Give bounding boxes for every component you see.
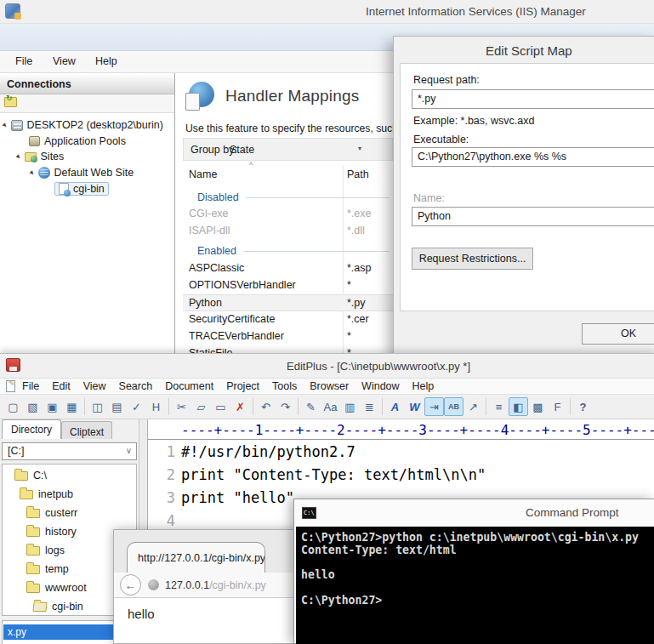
font-icon[interactable]: A <box>385 397 405 416</box>
column-header-path[interactable]: Path <box>347 168 369 180</box>
tree-item-label: Default Web Site <box>54 167 134 179</box>
folder-item-logs[interactable]: logs <box>26 542 65 559</box>
name-input[interactable]: Python <box>412 207 654 226</box>
document-icon <box>6 380 15 392</box>
print-icon[interactable]: ▤ <box>107 397 127 416</box>
console-output[interactable]: C:\Python27>python c:\inetpub\wwwroot\cg… <box>296 527 654 644</box>
folder-item-cgi-bin[interactable]: cgi-bin <box>33 598 83 615</box>
group-by-value[interactable]: State <box>230 144 254 156</box>
menu-search[interactable]: Search <box>119 380 153 392</box>
undo-icon[interactable]: ↶ <box>256 397 276 416</box>
menu-help[interactable]: Help <box>412 380 435 392</box>
menu-view[interactable]: View <box>83 380 106 392</box>
tree-item-default-web-site[interactable]: Default Web Site <box>31 165 134 180</box>
format-brush-icon[interactable]: ✎ <box>301 397 321 416</box>
paste-icon[interactable]: ▭ <box>211 397 230 416</box>
dropdown-arrow-icon[interactable]: ▾ <box>358 145 361 152</box>
sort-icon[interactable]: Aa <box>321 397 340 416</box>
folder-icon <box>20 490 33 499</box>
print-preview-icon[interactable]: ◫ <box>88 397 107 416</box>
function-list-icon[interactable]: F <box>548 397 567 416</box>
side-panel-icon[interactable]: ◧ <box>509 397 528 416</box>
executable-input[interactable]: C:\Python27\python.exe %s %s <box>412 147 654 167</box>
iis-app-icon <box>5 3 20 19</box>
menu-document[interactable]: Document <box>165 380 213 392</box>
folder-icon <box>26 565 40 574</box>
editplus-titlebar[interactable]: EditPlus - [C:\inetpub\wwwroot\x.py *] <box>0 354 654 378</box>
column-ruler: ----+----1----+----2----+----3----+----4… <box>148 419 654 440</box>
code-text: print "hello" <box>181 489 294 506</box>
table-row[interactable]: ISAPI-dll *.dll <box>183 223 393 240</box>
table-row[interactable]: CGI-exe *.exe <box>183 206 393 223</box>
request-restrictions-button[interactable]: Request Restrictions... <box>412 248 533 270</box>
save-all-icon[interactable]: ▦ <box>62 397 82 416</box>
url-field[interactable]: 127.0.0.1/cgi-bin/x.py <box>165 579 266 591</box>
menu-window[interactable]: Window <box>361 380 399 392</box>
folder-item-temp[interactable]: temp <box>26 561 69 578</box>
cut-icon[interactable]: ✂ <box>172 397 191 416</box>
expand-icon[interactable] <box>1 121 9 129</box>
globe-icon <box>38 167 50 179</box>
menu-project[interactable]: Project <box>226 380 259 392</box>
table-row-selected[interactable]: Python *.py <box>183 294 393 311</box>
request-path-input[interactable]: *.py <box>412 89 654 109</box>
tab-cliptext[interactable]: Cliptext <box>61 421 112 439</box>
column-header-name[interactable]: Name <box>189 168 217 180</box>
menu-edit[interactable]: Edit <box>52 380 71 392</box>
editplus-app-icon <box>6 358 20 372</box>
tree-item-cgi-bin[interactable]: cgi-bin <box>54 181 109 197</box>
tree-item-sites[interactable]: Sites <box>17 149 64 164</box>
copy-line-icon[interactable]: ▥ <box>340 397 360 416</box>
table-row[interactable]: ASPClassic *.asp <box>183 260 393 277</box>
html-toolbar-icon[interactable]: H <box>146 397 166 416</box>
spell-check-icon[interactable]: ✓ <box>127 397 146 416</box>
folder-item-custerr[interactable]: custerr <box>26 504 77 521</box>
ok-button[interactable]: OK <box>582 323 654 345</box>
dialog-title: Edit Script Map <box>486 43 572 58</box>
cmd-titlebar[interactable]: C:\ Command Prompt <box>294 499 654 527</box>
folder-item-inetpub[interactable]: inetpub <box>20 486 73 503</box>
expand-icon[interactable] <box>14 152 23 161</box>
table-row[interactable]: SecurityCertificate *.cer <box>183 311 393 328</box>
console-line: hello <box>301 569 654 582</box>
copy-icon[interactable]: ▱ <box>191 397 211 416</box>
menu-file[interactable]: File <box>22 380 39 392</box>
macro-icon[interactable]: ▩ <box>528 397 548 416</box>
new-file-icon[interactable]: ▢ <box>3 397 23 416</box>
menu-help[interactable]: Help <box>95 55 117 67</box>
indent-guide-icon[interactable]: ⇥ <box>424 397 444 416</box>
toolbar-separator <box>84 398 85 415</box>
tree-item-server[interactable]: DESKTOP2 (desktop2\burin) <box>3 117 163 133</box>
redo-icon[interactable]: ↷ <box>276 397 295 416</box>
open-with-icon[interactable]: ↗ <box>463 397 483 416</box>
menu-view[interactable]: View <box>53 55 76 67</box>
browser-tab[interactable]: http://127.0.0.1/cgi-bin/x.py <box>127 542 265 573</box>
selected-tree-item[interactable]: cgi-bin <box>54 182 109 196</box>
iis-titlebar[interactable]: Internet Information Services (IIS) Mana… <box>0 0 654 24</box>
menu-file[interactable]: File <box>15 55 32 67</box>
delete-icon[interactable]: ✗ <box>230 397 250 416</box>
tab-directory[interactable]: Directory <box>2 419 61 439</box>
save-icon[interactable]: ▣ <box>43 397 62 416</box>
refresh-connections-icon[interactable] <box>4 97 17 107</box>
context-help-icon[interactable]: ? <box>573 397 593 416</box>
tree-item-application-pools[interactable]: Application Pools <box>29 134 126 149</box>
drive-select[interactable]: [C:] ∨ <box>2 442 137 460</box>
menu-browser[interactable]: Browser <box>310 380 349 392</box>
toolbar-separator <box>486 398 486 415</box>
menu-tools[interactable]: Tools <box>272 380 297 392</box>
convert-case-icon[interactable]: AB <box>444 397 463 416</box>
table-row[interactable]: OPTIONSVerbHandler * <box>183 277 393 294</box>
folder-item-wwwroot[interactable]: wwwroot <box>26 579 87 596</box>
folder-item-c-drive[interactable]: C:\ <box>14 467 47 484</box>
expand-icon[interactable] <box>28 168 37 177</box>
line-numbers-icon[interactable]: ≣ <box>360 397 379 416</box>
word-wrap-icon[interactable]: W <box>405 397 424 416</box>
folder-item-history[interactable]: history <box>26 523 77 540</box>
folder-icon <box>26 546 40 556</box>
table-row[interactable]: TRACEVerbHandler * <box>183 328 393 345</box>
toolbar-separator <box>382 398 383 415</box>
back-button[interactable]: ← <box>120 574 141 596</box>
view-list-icon[interactable]: ≡ <box>489 397 509 416</box>
open-file-icon[interactable]: ▧ <box>23 397 43 416</box>
